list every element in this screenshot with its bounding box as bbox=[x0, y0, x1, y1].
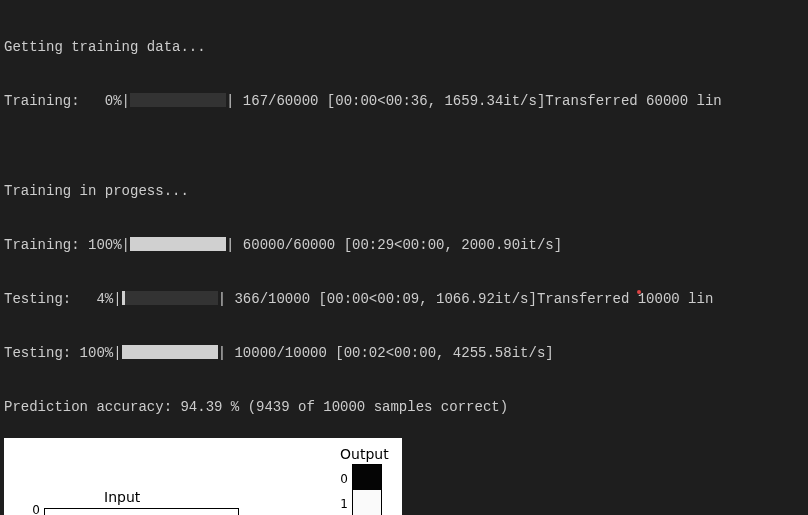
output-class-cell bbox=[353, 465, 381, 490]
output-class-label: 0 bbox=[330, 470, 348, 488]
progress-bar-fill bbox=[122, 291, 126, 305]
progress-suffix: | 10000/10000 [00:02<00:00, 4255.58it/s] bbox=[218, 345, 554, 361]
progress-prefix: Training: 0%| bbox=[4, 93, 130, 109]
progress-bar bbox=[130, 93, 226, 107]
matplotlib-figure: Input 0510152025 01020 Output 0123456789… bbox=[4, 438, 402, 515]
progress-prefix: Training: 100%| bbox=[4, 237, 130, 253]
progress-prefix: Testing: 100%| bbox=[4, 345, 122, 361]
mnist-digit-image bbox=[45, 509, 238, 515]
progress-suffix: | 167/60000 [00:00<00:36, 1659.34it/s]Tr… bbox=[226, 93, 722, 109]
progress-suffix: | 60000/60000 [00:29<00:00, 2000.90it/s] bbox=[226, 237, 562, 253]
output-class-cell bbox=[353, 490, 381, 515]
input-plot-title: Input bbox=[104, 488, 140, 506]
terminal-output: Getting training data... Training: 0%|| … bbox=[0, 0, 808, 436]
progress-line-training: Training: 100%|| 60000/60000 [00:29<00:0… bbox=[4, 236, 804, 254]
cursor-dot-icon bbox=[637, 290, 641, 294]
input-plot-axes bbox=[44, 508, 239, 515]
y-tick-label: 0 bbox=[16, 501, 40, 515]
output-plot-title: Output bbox=[340, 445, 389, 463]
progress-bar bbox=[122, 345, 218, 359]
accuracy-line: Prediction accuracy: 94.39 % (9439 of 10… bbox=[4, 398, 804, 416]
progress-line-testing: Testing: 100%|| 10000/10000 [00:02<00:00… bbox=[4, 344, 804, 362]
progress-line-testing-partial: Testing: 4%|| 366/10000 [00:00<00:09, 10… bbox=[4, 290, 804, 308]
progress-bar bbox=[122, 291, 218, 305]
progress-line-training-init: Training: 0%|| 167/60000 [00:00<00:36, 1… bbox=[4, 92, 804, 110]
output-class-label: 1 bbox=[330, 495, 348, 513]
svg-rect-0 bbox=[45, 509, 238, 515]
progress-bar-fill bbox=[122, 345, 218, 359]
output-plot-panel bbox=[352, 464, 382, 515]
progress-bar bbox=[130, 237, 226, 251]
progress-prefix: Testing: 4%| bbox=[4, 291, 122, 307]
log-line: Getting training data... bbox=[4, 38, 804, 56]
log-line: Training in progess... bbox=[4, 182, 804, 200]
progress-bar-fill bbox=[130, 237, 226, 251]
